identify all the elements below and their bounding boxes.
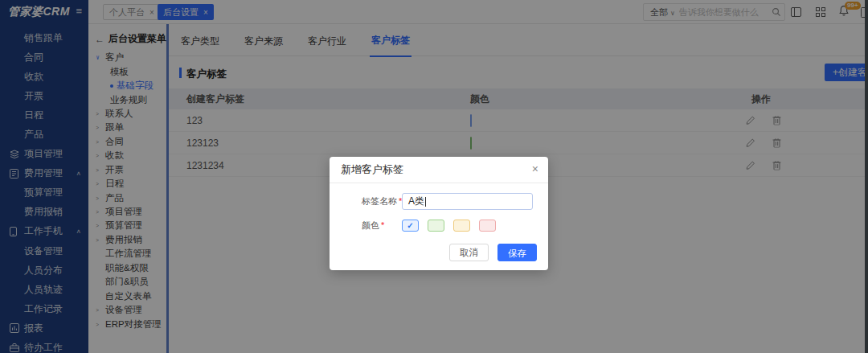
- tag-name-row: 标签名称* A类: [330, 193, 548, 210]
- tag-color-label-text: 颜色: [362, 220, 379, 230]
- tag-name-label-text: 标签名称: [362, 196, 397, 206]
- color-option[interactable]: ✓: [402, 220, 419, 232]
- color-option[interactable]: [428, 220, 444, 232]
- modal-title: 新增客户标签: [341, 162, 403, 177]
- app-window: 管家婆CRM ≡ 销售跟单 合同 收款 开票 日程 产品 项目管理 费用管理 ∧: [0, 0, 868, 353]
- tag-name-value: A类: [408, 195, 424, 208]
- text-cursor: [425, 197, 426, 207]
- add-tag-modal: 新增客户标签 × 标签名称* A类 颜色* ✓ 取消 保存: [330, 157, 548, 270]
- tag-name-input[interactable]: A类: [402, 193, 533, 210]
- check-icon: ✓: [407, 221, 413, 230]
- color-option[interactable]: [479, 220, 496, 232]
- tag-color-label: 颜色*: [362, 220, 402, 232]
- required-mark: *: [381, 220, 384, 230]
- color-options: ✓: [402, 220, 496, 232]
- tag-name-label: 标签名称*: [362, 195, 402, 207]
- modal-header: 新增客户标签 ×: [330, 157, 548, 183]
- modal-footer: 取消 保存: [449, 244, 537, 261]
- color-option[interactable]: [453, 220, 470, 232]
- close-icon[interactable]: ×: [532, 162, 538, 175]
- tag-color-row: 颜色* ✓: [330, 220, 548, 232]
- cancel-button[interactable]: 取消: [449, 244, 489, 261]
- save-button[interactable]: 保存: [497, 244, 537, 261]
